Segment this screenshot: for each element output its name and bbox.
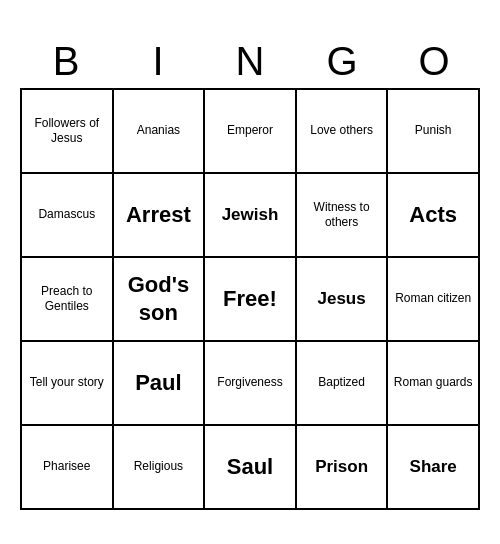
bingo-cell-6: Arrest bbox=[114, 174, 206, 258]
bingo-cell-8: Witness to others bbox=[297, 174, 389, 258]
bingo-cell-21: Religious bbox=[114, 426, 206, 510]
header-i: I bbox=[112, 35, 204, 88]
bingo-cell-20: Pharisee bbox=[22, 426, 114, 510]
bingo-cell-7: Jewish bbox=[205, 174, 297, 258]
bingo-cell-17: Forgiveness bbox=[205, 342, 297, 426]
bingo-cell-24: Share bbox=[388, 426, 480, 510]
bingo-cell-18: Baptized bbox=[297, 342, 389, 426]
bingo-cell-2: Emperor bbox=[205, 90, 297, 174]
bingo-cell-19: Roman guards bbox=[388, 342, 480, 426]
bingo-cell-11: God's son bbox=[114, 258, 206, 342]
bingo-cell-15: Tell your story bbox=[22, 342, 114, 426]
bingo-cell-23: Prison bbox=[297, 426, 389, 510]
bingo-cell-5: Damascus bbox=[22, 174, 114, 258]
header-o: O bbox=[388, 35, 480, 88]
bingo-header: B I N G O bbox=[20, 35, 480, 88]
bingo-cell-10: Preach to Gentiles bbox=[22, 258, 114, 342]
bingo-cell-4: Punish bbox=[388, 90, 480, 174]
header-b: B bbox=[20, 35, 112, 88]
bingo-cell-1: Ananias bbox=[114, 90, 206, 174]
bingo-cell-22: Saul bbox=[205, 426, 297, 510]
bingo-cell-12: Free! bbox=[205, 258, 297, 342]
header-g: G bbox=[296, 35, 388, 88]
bingo-grid: Followers of JesusAnaniasEmperorLove oth… bbox=[20, 88, 480, 510]
bingo-cell-0: Followers of Jesus bbox=[22, 90, 114, 174]
bingo-card: B I N G O Followers of JesusAnaniasEmper… bbox=[20, 35, 480, 510]
bingo-cell-3: Love others bbox=[297, 90, 389, 174]
bingo-cell-14: Roman citizen bbox=[388, 258, 480, 342]
bingo-cell-16: Paul bbox=[114, 342, 206, 426]
bingo-cell-9: Acts bbox=[388, 174, 480, 258]
header-n: N bbox=[204, 35, 296, 88]
bingo-cell-13: Jesus bbox=[297, 258, 389, 342]
